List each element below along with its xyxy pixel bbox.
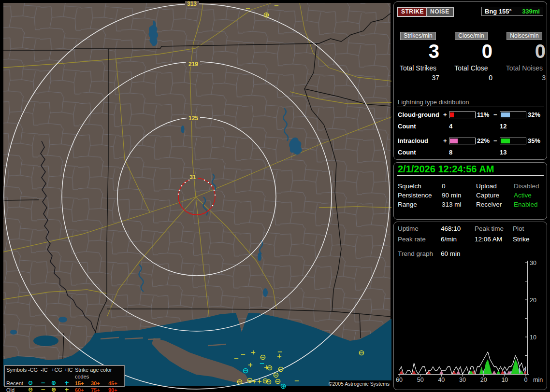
- receiver-label: Receiver: [476, 201, 502, 208]
- ic-plus-bar: [449, 138, 476, 144]
- strike-stats-panel: STRIKE NOISE Bng 155° 339mi Strikes/min …: [393, 1, 547, 160]
- bearing-value: Bng 155°: [485, 8, 512, 15]
- ic-minus-bar: [500, 138, 526, 144]
- old-pos-cg-icon: ⊕: [51, 387, 64, 392]
- svg-text:20: 20: [530, 297, 536, 304]
- distribution-title: Lightning type distribution: [398, 98, 469, 106]
- legend-header-pos-ic: +IC: [64, 366, 75, 380]
- ic-count-label: Count: [398, 149, 416, 156]
- status-panel: 2/1/2026 12:24:56 AM Squelch 0 Upload Di…: [393, 162, 547, 220]
- age-45: 45+: [108, 380, 126, 387]
- strikes-per-min-column: Strikes/min 3 Total Strikes 37: [397, 31, 439, 82]
- cg-plus-pct: 11%: [477, 111, 489, 118]
- cg-minus-sign: −: [493, 111, 497, 118]
- app-window: 313 219 125 31 ©2005 Astrogenic Systems …: [0, 0, 550, 392]
- upload-status: Disabled: [514, 182, 539, 190]
- legend-row-old: Old: [6, 387, 28, 392]
- age-60: 60+: [75, 387, 91, 392]
- svg-text:60: 60: [396, 377, 403, 383]
- close-per-min-column: Close/min 0 Total Close 0: [450, 31, 492, 82]
- old-neg-ic-icon: −: [41, 387, 51, 392]
- close-per-min-button[interactable]: Close/min: [455, 32, 487, 40]
- total-strikes-label: Total Strikes: [397, 64, 439, 72]
- ic-plus-count: 8: [449, 149, 452, 156]
- trend-panel: Uptime 468:10 Peak time Plot Peak rate 6…: [393, 222, 547, 390]
- svg-text:min: min: [533, 377, 543, 383]
- svg-text:0: 0: [524, 377, 528, 383]
- ic-minus-count: 13: [500, 149, 507, 156]
- strike-toggle-button[interactable]: STRIKE: [397, 7, 428, 17]
- ring-label-313: 313: [187, 0, 197, 7]
- cg-plus-sign: +: [443, 111, 447, 118]
- svg-text:40: 40: [438, 377, 445, 383]
- noise-toggle-button[interactable]: NOISE: [426, 7, 454, 17]
- ic-plus-sign: +: [443, 137, 447, 144]
- distribution-divider: [397, 107, 544, 107]
- datetime-divider: [397, 175, 544, 176]
- recent-pos-ic-icon: +: [64, 380, 75, 387]
- legend-header-neg-ic: -IC: [41, 366, 51, 380]
- legend-header-neg-cg: -CG: [28, 366, 41, 380]
- ic-plus-pct: 22%: [477, 137, 490, 144]
- total-strikes-value: 37: [397, 74, 439, 82]
- ring-label-219: 219: [188, 61, 198, 68]
- ring-label-125: 125: [188, 115, 198, 122]
- symbol-legend: Symbols -CG -IC +CG +IC Strike age color…: [4, 365, 125, 387]
- total-close-value: 0: [450, 74, 492, 82]
- age-75: 75+: [91, 387, 108, 392]
- cg-plus-bar: [449, 112, 476, 118]
- intracloud-label: Intracloud: [398, 137, 428, 144]
- noises-per-min-column: Noises/min 0 Total Noises 3: [503, 31, 546, 82]
- total-noises-value: 3: [503, 74, 546, 82]
- age-90: 90+: [108, 387, 126, 392]
- age-30: 30+: [91, 380, 108, 387]
- cg-minus-count: 12: [500, 123, 507, 130]
- bearing-display: Bng 155° 339mi: [481, 7, 543, 16]
- copyright-bar: ©2005 Astrogenic Systems: [329, 380, 391, 388]
- noises-per-min-value: 0: [503, 41, 546, 61]
- receiver-status: Enabled: [514, 201, 538, 208]
- persistence-label: Persistence: [398, 192, 432, 199]
- old-pos-ic-icon: +: [64, 387, 75, 392]
- ic-minus-pct: 35%: [528, 137, 540, 144]
- total-noises-label: Total Noises: [503, 64, 546, 72]
- close-per-min-value: 0: [450, 41, 492, 61]
- lightning-map[interactable]: 313 219 125 31 ©2005 Astrogenic Systems …: [0, 0, 391, 392]
- trend-graph: 1020306050403020100min: [394, 222, 548, 390]
- cg-plus-count: 4: [449, 123, 452, 130]
- squelch-label: Squelch: [398, 182, 421, 190]
- noises-per-min-button[interactable]: Noises/min: [507, 32, 542, 40]
- svg-text:50: 50: [417, 377, 424, 383]
- cloud-ground-label: Cloud-ground: [398, 111, 439, 118]
- capture-status: Active: [514, 192, 532, 199]
- recent-pos-cg-icon: ⊕: [51, 380, 64, 387]
- ic-minus-sign: −: [493, 137, 497, 144]
- range-label: Range: [398, 201, 417, 208]
- legend-header-pos-cg: +CG: [51, 366, 64, 380]
- legend-age-header: Strike age color codes: [75, 366, 126, 380]
- legend-row-recent: Recent: [6, 380, 28, 387]
- ring-label-31: 31: [189, 174, 196, 181]
- old-neg-cg-icon: ⊖: [28, 387, 41, 392]
- datetime-display: 2/1/2026 12:24:56 AM: [398, 164, 494, 175]
- legend-header-symbols: Symbols: [6, 366, 28, 380]
- cg-count-label: Count: [398, 123, 416, 130]
- recent-neg-cg-icon: ⊖: [28, 380, 41, 387]
- strikes-per-min-value: 3: [397, 41, 439, 61]
- range-value: 313 mi: [442, 201, 462, 208]
- strikes-per-min-button[interactable]: Strikes/min: [400, 32, 435, 40]
- recent-neg-ic-icon: −: [41, 380, 51, 387]
- persistence-value: 90 min: [442, 192, 462, 199]
- copyright-text: ©2005 Astrogenic Systems: [329, 381, 390, 387]
- cg-minus-bar: [500, 112, 526, 118]
- svg-text:10: 10: [501, 377, 508, 383]
- svg-text:10: 10: [530, 334, 536, 341]
- bearing-range-value: 339mi: [522, 8, 540, 15]
- svg-text:30: 30: [459, 377, 466, 383]
- svg-text:20: 20: [480, 377, 487, 383]
- cg-minus-pct: 32%: [528, 111, 540, 118]
- upload-label: Upload: [476, 182, 497, 190]
- age-15: 15+: [75, 380, 91, 387]
- map-canvas[interactable]: 313 219 125 31 ©2005 Astrogenic Systems: [0, 0, 391, 392]
- capture-label: Capture: [476, 192, 499, 199]
